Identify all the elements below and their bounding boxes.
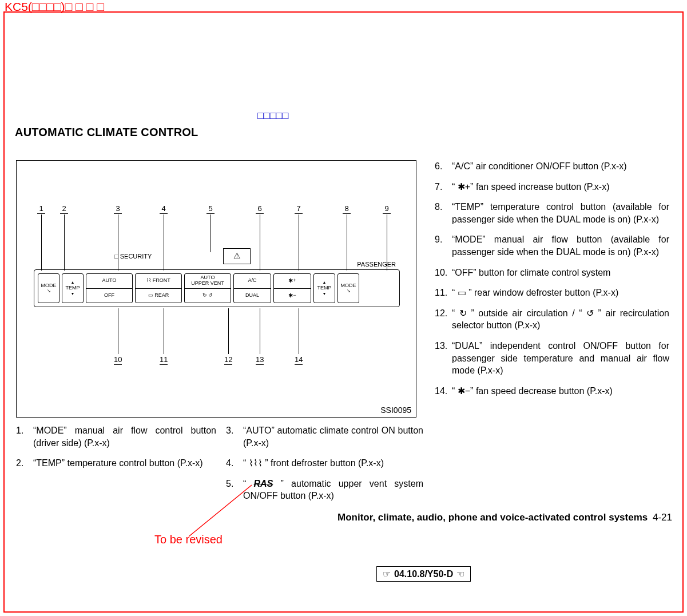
list-item: 4. “ ⌇⌇⌇ ” front defroster button (P.x-x… <box>226 457 423 470</box>
mode-driver-button: MODE↘ <box>38 273 59 303</box>
vent-recirc-group: AUTO UPPER VENT ↻ ↺ <box>184 273 231 303</box>
list-item: 7.“ ✱+” fan speed increase button (P.x-x… <box>435 181 669 193</box>
hand-right-icon <box>383 569 391 579</box>
ac-button: A/C <box>234 274 271 288</box>
figure-id: SSI0095 <box>380 406 411 415</box>
temp-driver-button: TEMP <box>62 273 84 303</box>
fan-group: + − <box>273 273 311 303</box>
ac-dual-group: A/C DUAL <box>233 273 271 303</box>
list-item: 11.“ ▭ ” rear window defroster button (P… <box>435 287 669 299</box>
callout-9: 9 <box>383 204 391 214</box>
list-item: 3. “AUTO” automatic climate control ON b… <box>226 424 423 449</box>
list-item: 9.“MODE” manual air flow button (availab… <box>435 233 669 258</box>
legend-col-1: 1. “MODE” manual air flow control button… <box>16 424 216 478</box>
auto-off-group: AUTO OFF <box>86 273 133 303</box>
control-panel: □ SECURITY PASSENGER ⚠ MODE↘ TEMP AUTO O… <box>34 269 400 307</box>
callout-7: 7 <box>295 204 303 214</box>
callout-5: 5 <box>207 204 215 214</box>
list-item: 13.“DUAL” independent control ON/OFF but… <box>435 340 669 377</box>
list-item: 12.“ ↻ ” outside air circulation / “ ↺ ”… <box>435 307 669 332</box>
list-item: 1. “MODE” manual air flow control button… <box>16 424 216 449</box>
callout-4: 4 <box>160 204 168 214</box>
callout-12: 12 <box>224 355 232 365</box>
callout-2: 2 <box>60 204 68 214</box>
auto-button: AUTO <box>86 274 132 288</box>
temp-passenger-button: TEMP <box>313 273 335 303</box>
upper-vent-button: AUTO UPPER VENT <box>185 274 231 288</box>
hazard-button: ⚠ <box>223 248 251 264</box>
legend-col-3: 6.“A/C” air conditioner ON/OFF button (P… <box>435 160 669 405</box>
callout-1: 1 <box>37 204 45 214</box>
revision-note: To be revised <box>154 533 223 546</box>
callout-11: 11 <box>160 355 168 365</box>
callout-6: 6 <box>256 204 264 214</box>
callout-8: 8 <box>343 204 351 214</box>
callout-14: 14 <box>295 355 303 365</box>
front-defrost-button: ⌇⌇ FRONT <box>136 274 181 288</box>
callout-3: 3 <box>114 204 122 214</box>
callout-13: 13 <box>256 355 264 365</box>
security-label: □ SECURITY <box>114 253 152 260</box>
page: KC5(□□□□)□ □ □ □ □□□□□ AUTOMATIC CLIMATE… <box>0 0 687 616</box>
list-item: 2. “TEMP” temperature control button (P.… <box>16 457 216 470</box>
fan-minus-button: − <box>274 288 311 303</box>
mode-passenger-button: MODE↘ <box>337 273 359 303</box>
svg-line-0 <box>189 485 252 536</box>
recirc-button: ↻ ↺ <box>185 288 231 303</box>
defrost-group: ⌇⌇ FRONT ▭ REAR <box>135 273 182 303</box>
passenger-label: PASSENGER <box>357 261 396 268</box>
list-item: 10.“OFF” button for climate control syst… <box>435 267 669 279</box>
hand-left-icon <box>456 569 464 579</box>
climate-control-figure: 1 2 3 4 5 6 7 8 9 □ SECURITY PASSENGER ⚠ <box>16 160 416 418</box>
off-button: OFF <box>86 288 132 303</box>
revision-date-box: 04.10.8/Y50-D <box>376 566 471 582</box>
callout-10: 10 <box>114 355 122 365</box>
rear-defrost-button: ▭ REAR <box>136 288 181 303</box>
section-footer: Monitor, climate, audio, phone and voice… <box>337 512 672 523</box>
blue-tag: □□□□□ <box>257 110 288 122</box>
dual-button: DUAL <box>234 288 271 303</box>
list-item: 6.“A/C” air conditioner ON/OFF button (P… <box>435 160 669 173</box>
list-item: 8.“TEMP” temperature control button (ava… <box>435 201 669 225</box>
list-item: 14.“ ✱−” fan speed decrease button (P.x-… <box>435 385 669 398</box>
fan-plus-button: + <box>274 274 311 288</box>
section-heading: AUTOMATIC CLIMATE CONTROL <box>15 126 198 139</box>
